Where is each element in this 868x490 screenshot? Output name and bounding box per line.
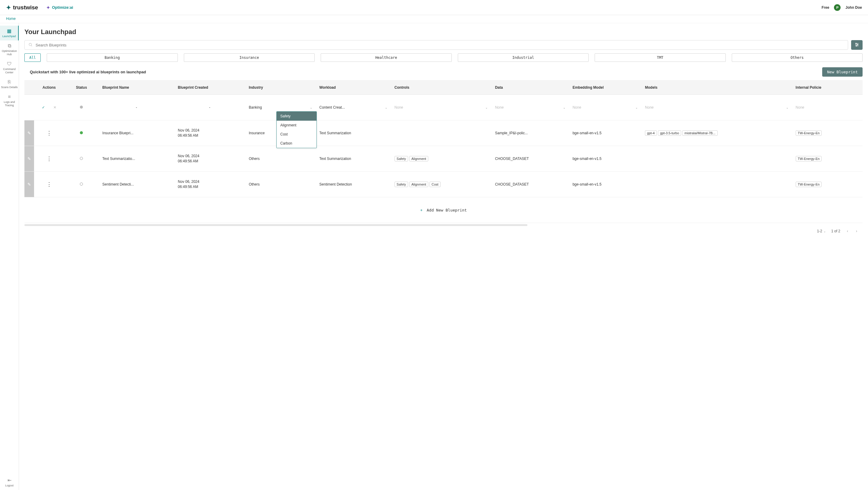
breadcrumb: Home [0, 15, 868, 23]
cell-workload: Sentiment Detection [316, 172, 391, 197]
sidebar-item-logs[interactable]: ≡ Logs and Tracing [0, 91, 19, 110]
col-workload: Workload [316, 81, 391, 95]
new-blueprint-button[interactable]: New Blueprint [822, 67, 863, 77]
svg-line-1 [31, 45, 32, 46]
chevron-down-icon: ⌄ [485, 106, 488, 109]
dropdown-item-alignment[interactable]: Alignment [277, 121, 316, 130]
control-tag: Safety [395, 156, 408, 162]
optimize-link[interactable]: ✦ Optimize:ai [46, 5, 73, 10]
cancel-icon[interactable]: ✕ [53, 105, 56, 110]
brand-logo[interactable]: ✦ trustwise [6, 4, 38, 11]
search-wrapper [24, 40, 848, 50]
sidebar-item-scans[interactable]: ⎘ Scans Details [0, 77, 19, 91]
plan-label: Free [822, 5, 829, 10]
col-industry: Industry [245, 81, 315, 95]
row-menu-icon[interactable]: ⋮ [46, 181, 52, 188]
search-row [24, 40, 863, 50]
chip-icon: ⧉ [8, 43, 11, 49]
embedding-select[interactable]: None ⌄ [572, 105, 638, 110]
new-created-cell: - [174, 95, 245, 120]
cell-models: gpt-4 gpt-3.5-turbo mistralai/Mistral-7B… [641, 120, 792, 146]
sidebar-item-optimization-hub[interactable]: ⧉ Optimization Hub [0, 40, 19, 59]
control-tag: Alignment [409, 182, 428, 187]
cell-embedding: bge-small-en-v1.5 [569, 172, 641, 197]
cell-created: Nov 06, 2024 06:49:56 AM [174, 146, 245, 172]
row-menu-icon[interactable]: ⋮ [46, 156, 52, 162]
cell-embedding: bge-small-en-v1.5 [569, 146, 641, 172]
filter-button[interactable] [851, 40, 863, 50]
status-dot [80, 157, 83, 160]
cell-policies: TW-Energy-En [792, 120, 863, 146]
plus-icon: + [420, 208, 423, 212]
breadcrumb-home[interactable]: Home [6, 17, 16, 21]
edit-icon[interactable]: ✎ [27, 131, 31, 136]
dropdown-item-safety[interactable]: Safety [277, 112, 316, 121]
col-embedding: Embedding Model [569, 81, 641, 95]
category-tab-industrial[interactable]: Industrial [458, 53, 589, 62]
cell-data: CHOOSE_DATASET [491, 172, 569, 197]
sidebar-cc-label: Command Center [1, 67, 18, 74]
cell-policies: TW-Energy-En [792, 172, 863, 197]
edit-icon[interactable]: ✎ [27, 182, 31, 187]
table-row: ✎ ⋮ Insurance Bluepri... Nov 06, 2024 06… [24, 120, 863, 146]
next-page-icon[interactable]: › [855, 229, 858, 233]
optimize-label: Optimize:ai [52, 5, 73, 10]
model-tag: gpt-4 [645, 131, 657, 136]
edit-icon[interactable]: ✎ [27, 156, 31, 161]
model-tag: gpt-3.5-turbo [658, 131, 681, 136]
col-models: Models [641, 81, 792, 95]
svg-point-6 [857, 44, 858, 45]
models-select[interactable]: None ⌄ [645, 105, 788, 110]
cell-models [641, 146, 792, 172]
sidebar-item-logout[interactable]: ⇤ Logout [0, 475, 19, 490]
table-wrap: Actions Status Blueprint Name Blueprint … [24, 80, 863, 233]
controls-select[interactable]: None ⌄ [395, 105, 488, 110]
svg-point-5 [856, 43, 857, 44]
prev-page-icon[interactable]: ‹ [846, 229, 849, 233]
add-blueprint-label: Add New Blueprint [427, 208, 467, 212]
cell-workload: Text Summarization [316, 146, 391, 172]
category-tab-others[interactable]: Others [732, 53, 863, 62]
main-content: Your Launchpad All Banking Insurance Hea… [19, 23, 868, 490]
category-tab-insurance[interactable]: Insurance [184, 53, 315, 62]
control-tag: Safety [395, 182, 408, 187]
category-tab-banking[interactable]: Banking [47, 53, 178, 62]
data-select[interactable]: None ⌄ [495, 105, 565, 110]
search-input[interactable] [33, 43, 844, 47]
add-blueprint-row[interactable]: + Add New Blueprint [24, 197, 863, 223]
table-scroll[interactable]: Actions Status Blueprint Name Blueprint … [24, 81, 863, 223]
page-title: Your Launchpad [24, 28, 863, 36]
topbar-left: ✦ trustwise ✦ Optimize:ai [6, 4, 73, 11]
shield-icon: 🛡 [7, 61, 12, 67]
category-tab-all[interactable]: All [24, 53, 41, 62]
sliders-icon [855, 42, 859, 48]
workload-select[interactable]: Content Creat... ⌄ [319, 105, 387, 110]
col-created: Blueprint Created [174, 81, 245, 95]
category-tab-tmt[interactable]: TMT [595, 53, 726, 62]
cell-models [641, 172, 792, 197]
avatar[interactable]: P [834, 4, 841, 11]
quickstart-row: Quickstart with 100+ live optimized ai b… [24, 67, 863, 77]
col-name: Blueprint Name [99, 81, 175, 95]
quickstart-text: Quickstart with 100+ live optimized ai b… [24, 70, 146, 74]
sidebar-item-command-center[interactable]: 🛡 Command Center [0, 59, 19, 77]
dropdown-item-carbon[interactable]: Carbon [277, 139, 316, 148]
table-row: ✎ ⋮ Text Summarizatio... Nov 06, 2024 06… [24, 146, 863, 172]
cell-data: Sample_IP&I-polic... [491, 120, 569, 146]
sidebar-scans-label: Scans Details [1, 86, 18, 89]
sidebar-item-launchpad[interactable]: ▦ Launchpad [0, 26, 19, 40]
controls-dropdown: Safety Alignment Cost Carbon [276, 111, 317, 148]
dropdown-item-cost[interactable]: Cost [277, 130, 316, 139]
cell-controls: Safety Alignment Cost [391, 172, 492, 197]
cell-created: Nov 06, 2024 06:49:56 AM [174, 172, 245, 197]
sidebar-launchpad-label: Launchpad [2, 35, 16, 38]
scan-icon: ⎘ [8, 79, 11, 85]
industry-select[interactable]: Banking ⌄ [249, 105, 312, 110]
page-range-select[interactable]: 1-2 ⌄ [817, 229, 826, 233]
topbar-right: Free P John Doe [822, 4, 862, 11]
cell-name: Insurance Bluepri... [99, 120, 175, 146]
category-tab-healthcare[interactable]: Healthcare [321, 53, 452, 62]
confirm-icon[interactable]: ✓ [42, 105, 45, 110]
category-tabs: All Banking Insurance Healthcare Industr… [24, 53, 863, 62]
row-menu-icon[interactable]: ⋮ [46, 130, 52, 136]
